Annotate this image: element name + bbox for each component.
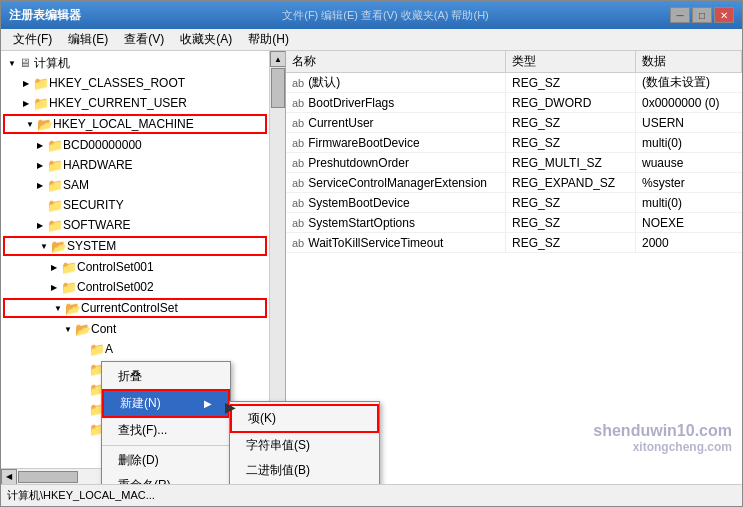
- scroll-thumb[interactable]: [271, 68, 285, 108]
- tree-label-hkcu: HKEY_CURRENT_USER: [49, 96, 187, 110]
- cell-name-waitkill: abWaitToKillServiceTimeout: [286, 233, 506, 252]
- table-row[interactable]: abFirmwareBootDevice REG_SZ multi(0): [286, 133, 742, 153]
- tree-item-cs002[interactable]: ▶ 📁 ControlSet002: [1, 277, 269, 297]
- tree-item-hklm[interactable]: ▼ 📂 HKEY_LOCAL_MACHINE: [3, 114, 267, 134]
- ctx-new-label: 新建(N): [120, 395, 161, 412]
- table-row[interactable]: abBootDriverFlags REG_DWORD 0x0000000 (0…: [286, 93, 742, 113]
- reg-icon: ab: [292, 97, 304, 109]
- cell-type-sysstartopts: REG_SZ: [506, 213, 636, 232]
- tree-arrow-bcd: ▶: [33, 138, 47, 152]
- status-bar: 计算机\HKEY_LOCAL_MAC...: [1, 484, 742, 506]
- scroll-track: [270, 67, 285, 452]
- tree-arrow-cont: ▼: [61, 322, 75, 336]
- reg-icon: ab: [292, 137, 304, 149]
- cell-type-waitkill: REG_SZ: [506, 233, 636, 252]
- ctx-new[interactable]: 新建(N) ▶: [102, 389, 230, 418]
- title-bar: 注册表编辑器 文件(F) 编辑(E) 查看(V) 收藏夹(A) 帮助(H) ─ …: [1, 1, 742, 29]
- col-header-name[interactable]: 名称: [286, 51, 506, 72]
- folder-icon-hardware: 📁: [47, 158, 63, 173]
- folder-icon-cs002: 📁: [61, 280, 77, 295]
- submenu-binary[interactable]: 二进制值(B): [230, 458, 379, 483]
- reg-icon: ab: [292, 177, 304, 189]
- tree-arrow-computer: ▼: [5, 56, 19, 70]
- cell-type-sysbootdev: REG_SZ: [506, 193, 636, 212]
- submenu-string[interactable]: 字符串值(S): [230, 433, 379, 458]
- reg-icon: ab: [292, 157, 304, 169]
- cell-type-preshutdown: REG_MULTI_SZ: [506, 153, 636, 172]
- table-row[interactable]: abWaitToKillServiceTimeout REG_SZ 2000: [286, 233, 742, 253]
- tree-arrow-hkcu: ▶: [19, 96, 33, 110]
- title-bar-controls: ─ □ ✕: [670, 7, 734, 23]
- scroll-up-button[interactable]: ▲: [270, 51, 285, 67]
- maximize-button[interactable]: □: [692, 7, 712, 23]
- table-row[interactable]: abPreshutdownOrder REG_MULTI_SZ wuause: [286, 153, 742, 173]
- tree-arrow-hklm: ▼: [23, 117, 37, 131]
- context-menu: 折叠 新建(N) ▶ 查找(F)... 删除(D) 重命名(R) 导出(E) 权…: [101, 361, 231, 484]
- tree-item-ccs[interactable]: ▼ 📂 CurrentControlSet: [3, 298, 267, 318]
- tree-arrow-system: ▼: [37, 239, 51, 253]
- tree-label-hardware: HARDWARE: [63, 158, 133, 172]
- tree-label-hkcr: HKEY_CLASSES_ROOT: [49, 76, 185, 90]
- tree-item-computer[interactable]: ▼ 🖥 计算机: [1, 53, 269, 73]
- computer-icon: 🖥: [19, 56, 31, 70]
- title-bar-text: 注册表编辑器: [9, 7, 81, 24]
- tree-item-cs001[interactable]: ▶ 📁 ControlSet001: [1, 257, 269, 277]
- col-header-type[interactable]: 类型: [506, 51, 636, 72]
- tree-arrow-cs002: ▶: [47, 280, 61, 294]
- table-row[interactable]: abCurrentUser REG_SZ USERN: [286, 113, 742, 133]
- tree-item-system[interactable]: ▼ 📂 SYSTEM: [3, 236, 267, 256]
- tree-item-bcd[interactable]: ▶ 📁 BCD00000000: [1, 135, 269, 155]
- menu-view[interactable]: 查看(V): [116, 29, 172, 50]
- menu-file[interactable]: 文件(F): [5, 29, 60, 50]
- tree-item-a1[interactable]: ▶ 📁 A: [1, 339, 269, 359]
- tree-label-bcd: BCD00000000: [63, 138, 142, 152]
- tree-item-security[interactable]: ▶ 📁 SECURITY: [1, 195, 269, 215]
- reg-icon: ab: [292, 77, 304, 89]
- tree-item-hkcu[interactable]: ▶ 📁 HKEY_CURRENT_USER: [1, 93, 269, 113]
- cell-data-sysstartopts: NOEXE: [636, 213, 742, 232]
- cell-data-waitkill: 2000: [636, 233, 742, 252]
- cell-type-bootdriverflags: REG_DWORD: [506, 93, 636, 112]
- table-row[interactable]: abSystemStartOptions REG_SZ NOEXE: [286, 213, 742, 233]
- h-scroll-thumb[interactable]: [18, 471, 78, 483]
- submenu-key[interactable]: 项(K): [230, 404, 379, 433]
- tree-item-hkcr[interactable]: ▶ 📁 HKEY_CLASSES_ROOT: [1, 73, 269, 93]
- tree-label-system: SYSTEM: [67, 239, 116, 253]
- title-bar-subtitle: 文件(F) 编辑(E) 查看(V) 收藏夹(A) 帮助(H): [101, 8, 670, 23]
- tree-label-ccs: CurrentControlSet: [81, 301, 178, 315]
- cell-type-firmwareboot: REG_SZ: [506, 133, 636, 152]
- ctx-collapse[interactable]: 折叠: [102, 364, 230, 389]
- ctx-rename[interactable]: 重命名(R): [102, 473, 230, 484]
- reg-icon: ab: [292, 117, 304, 129]
- menu-edit[interactable]: 编辑(E): [60, 29, 116, 50]
- tree-item-cont[interactable]: ▼ 📂 Cont: [1, 319, 269, 339]
- tree-label-security: SECURITY: [63, 198, 124, 212]
- tree-item-sam[interactable]: ▶ 📁 SAM: [1, 175, 269, 195]
- table-row[interactable]: abServiceControlManagerExtension REG_EXP…: [286, 173, 742, 193]
- ctx-delete[interactable]: 删除(D): [102, 448, 230, 473]
- menu-favorites[interactable]: 收藏夹(A): [172, 29, 240, 50]
- folder-icon-security: 📁: [47, 198, 63, 213]
- close-button[interactable]: ✕: [714, 7, 734, 23]
- tree-item-software[interactable]: ▶ 📁 SOFTWARE: [1, 215, 269, 235]
- folder-icon-hkcr: 📁: [33, 76, 49, 91]
- table-row[interactable]: ab(默认) REG_SZ (数值未设置): [286, 73, 742, 93]
- tree-arrow-cs001: ▶: [47, 260, 61, 274]
- cell-data-scmext: %syster: [636, 173, 742, 192]
- cell-data-bootdriverflags: 0x0000000 (0): [636, 93, 742, 112]
- cell-type-scmext: REG_EXPAND_SZ: [506, 173, 636, 192]
- submenu-dword[interactable]: DWORD (32-位值)(D): [230, 483, 379, 484]
- cell-data-currentuser: USERN: [636, 113, 742, 132]
- minimize-button[interactable]: ─: [670, 7, 690, 23]
- tree-arrow-hkcr: ▶: [19, 76, 33, 90]
- tree-label-software: SOFTWARE: [63, 218, 131, 232]
- tree-item-hardware[interactable]: ▶ 📁 HARDWARE: [1, 155, 269, 175]
- menu-help[interactable]: 帮助(H): [240, 29, 297, 50]
- ctx-find[interactable]: 查找(F)...: [102, 418, 230, 443]
- folder-icon-cs001: 📁: [61, 260, 77, 275]
- cell-data-sysbootdev: multi(0): [636, 193, 742, 212]
- reg-icon: ab: [292, 217, 304, 229]
- table-row[interactable]: abSystemBootDevice REG_SZ multi(0): [286, 193, 742, 213]
- col-header-data[interactable]: 数据: [636, 51, 742, 72]
- scroll-left-button[interactable]: ◀: [1, 469, 17, 485]
